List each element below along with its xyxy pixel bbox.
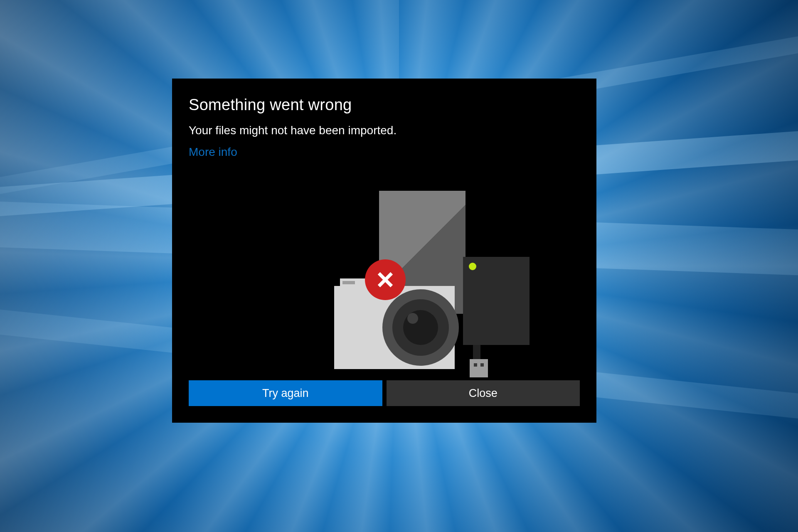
dialog-title: Something went wrong — [189, 96, 580, 114]
try-again-button[interactable]: Try again — [189, 380, 382, 406]
more-info-link[interactable]: More info — [189, 145, 237, 159]
usb-cable-icon — [473, 345, 480, 359]
devices-illustration — [172, 191, 596, 365]
close-button[interactable]: Close — [387, 380, 580, 406]
error-dialog: Something went wrong Your files might no… — [172, 79, 596, 423]
dialog-button-row: Try again Close — [189, 380, 580, 406]
dialog-message: Your files might not have been imported. — [189, 124, 580, 137]
drive-led-icon — [469, 263, 476, 270]
external-drive-icon — [463, 257, 530, 345]
usb-plug-icon — [470, 359, 488, 377]
close-x-icon — [376, 270, 395, 289]
error-badge-icon — [365, 259, 406, 300]
